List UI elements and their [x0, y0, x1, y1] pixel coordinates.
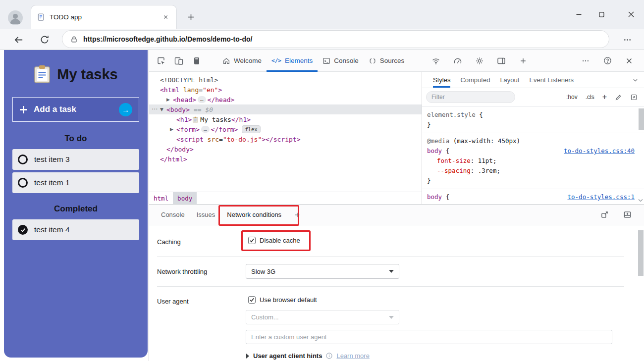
- tab-welcome[interactable]: Welcome: [217, 50, 267, 72]
- focus-page-icon[interactable]: [190, 54, 204, 68]
- code-token: <h1>: [176, 116, 192, 123]
- dom-row-doctype[interactable]: <!DOCTYPE html>: [149, 75, 422, 85]
- network-conditions-wifi-icon[interactable]: [429, 54, 443, 68]
- style-rule-line[interactable]: body { to-do-styles.css:40: [422, 146, 644, 156]
- close-devtools-icon[interactable]: [622, 54, 636, 68]
- node-menu-icon[interactable]: ⋯: [152, 105, 157, 112]
- new-style-rule-button[interactable]: +: [602, 93, 607, 102]
- tab-console[interactable]: Console: [318, 50, 364, 72]
- scrollbar-thumb[interactable]: [639, 108, 644, 130]
- task-checkbox-checked[interactable]: [18, 225, 28, 235]
- tab-close-icon[interactable]: [161, 12, 170, 22]
- dom-row-head[interactable]: ▶<head>…</head>: [149, 95, 422, 104]
- breadcrumb-body[interactable]: body: [173, 192, 197, 205]
- chevron-down-icon[interactable]: [632, 72, 639, 88]
- drawer-tab-issues[interactable]: Issues: [191, 205, 221, 225]
- flex-badge[interactable]: flex: [242, 125, 260, 133]
- styles-filter-input[interactable]: [426, 91, 515, 103]
- task-checkbox[interactable]: [18, 178, 28, 188]
- stylesheet-link[interactable]: to-do-styles.css:1: [568, 192, 635, 202]
- new-tab-button[interactable]: [184, 10, 197, 23]
- submit-task-button[interactable]: →: [119, 103, 132, 116]
- help-icon[interactable]: [600, 54, 614, 68]
- dropdown-caret-icon: [389, 316, 394, 319]
- font-editor-icon[interactable]: [615, 94, 622, 101]
- css-property-line[interactable]: font-size: 11pt;: [422, 156, 644, 166]
- tab-elements[interactable]: </> Elements: [267, 50, 318, 72]
- disable-cache-checkbox[interactable]: [248, 237, 256, 244]
- add-task-bar[interactable]: Add a task →: [12, 97, 139, 122]
- disable-cache-setting[interactable]: Disable cache: [248, 237, 300, 244]
- collapse-arrow-icon[interactable]: ▼: [160, 107, 166, 112]
- scroll-down-arrow-icon[interactable]: [638, 199, 643, 203]
- close-button[interactable]: [624, 8, 638, 20]
- task-item-completed[interactable]: test item 4: [12, 219, 139, 240]
- code-token: </head>: [208, 96, 235, 103]
- media-query-line[interactable]: @media (max-width: 450px): [422, 136, 644, 146]
- tab-sources[interactable]: Sources: [364, 50, 410, 72]
- tab-layout[interactable]: Layout: [500, 72, 519, 88]
- network-throttling-select[interactable]: Slow 3G: [246, 264, 399, 279]
- dock-side-icon[interactable]: [494, 54, 508, 68]
- drawer-tab-console[interactable]: Console: [155, 205, 191, 225]
- profile-avatar[interactable]: [8, 10, 23, 25]
- style-rule-line[interactable]: element.style {: [422, 110, 644, 120]
- hov-toggle-button[interactable]: :hov: [566, 94, 578, 101]
- style-rule-line[interactable]: }: [422, 176, 644, 186]
- refresh-button[interactable]: [38, 33, 51, 46]
- dom-row-form[interactable]: ▶<form>…</form>flex: [149, 124, 422, 134]
- more-options-icon[interactable]: [579, 54, 592, 68]
- expand-arrow-icon[interactable]: ▶: [166, 97, 173, 102]
- settings-gear-icon[interactable]: [473, 54, 486, 68]
- navigation-bar: https://microsoftedge.github.io/Demos/de…: [0, 29, 644, 50]
- maximize-button[interactable]: [594, 8, 608, 20]
- inspect-element-icon[interactable]: [154, 54, 168, 68]
- dock-to-bottom-icon[interactable]: [620, 208, 634, 222]
- stylesheet-link[interactable]: to-do-styles.css:40: [564, 146, 635, 156]
- add-task-label: Add a task: [34, 104, 76, 114]
- breadcrumb-html[interactable]: html: [149, 192, 173, 205]
- style-rule-line[interactable]: }: [422, 120, 644, 130]
- dom-row-h1[interactable]: <h1>My tasks</h1>: [149, 114, 422, 124]
- tab-computed[interactable]: Computed: [460, 72, 490, 88]
- disclosure-triangle-icon[interactable]: [246, 354, 249, 359]
- dom-row-body-selected[interactable]: ⋯ ▼<body>== $0: [149, 104, 422, 114]
- expand-drawer-icon[interactable]: [597, 208, 611, 222]
- dom-row-body-close[interactable]: </body>: [149, 144, 422, 154]
- tab-event-listeners[interactable]: Event Listeners: [529, 72, 574, 88]
- task-checkbox[interactable]: [18, 155, 28, 164]
- style-rule-line[interactable]: body { to-do-styles.css:1: [422, 192, 644, 202]
- expand-inline-button[interactable]: …: [198, 96, 206, 103]
- dom-row-html-open[interactable]: <html lang="en">: [149, 85, 422, 95]
- learn-more-link[interactable]: Learn more: [336, 352, 369, 360]
- add-tools-icon[interactable]: [516, 54, 530, 68]
- dom-row-script[interactable]: <script src="to-do.js"></script>: [149, 134, 422, 144]
- code-token: {: [476, 110, 483, 120]
- minimize-button[interactable]: [572, 8, 586, 20]
- add-drawer-tab-icon[interactable]: [290, 208, 304, 222]
- drawer-tab-network-conditions[interactable]: Network conditions: [221, 205, 287, 225]
- tab-label: Elements: [285, 57, 313, 64]
- expand-in-line-button[interactable]: …: [201, 126, 210, 133]
- task-item[interactable]: test item 3: [12, 149, 139, 170]
- code-token: </h1>: [231, 116, 251, 123]
- device-toolbar-icon[interactable]: [172, 54, 186, 68]
- tab-styles[interactable]: Styles: [433, 72, 450, 88]
- use-browser-default-checkbox[interactable]: [248, 296, 256, 304]
- custom-user-agent-select[interactable]: Custom...: [246, 310, 399, 324]
- custom-user-agent-input[interactable]: [246, 330, 612, 344]
- browser-tab[interactable]: TODO app: [31, 5, 177, 29]
- code-token: >: [262, 136, 266, 143]
- expand-arrow-icon[interactable]: ▶: [170, 127, 176, 132]
- address-bar[interactable]: https://microsoftedge.github.io/Demos/de…: [62, 30, 609, 48]
- use-browser-default-setting[interactable]: Use browser default: [248, 296, 317, 304]
- open-resource-icon[interactable]: [630, 94, 638, 101]
- dom-row-html-close[interactable]: </html>: [149, 154, 422, 164]
- scrollbar-thumb[interactable]: [638, 230, 644, 276]
- css-property-line[interactable]: --spacing: .3rem;: [422, 166, 644, 176]
- performance-gauge-icon[interactable]: [451, 54, 465, 68]
- task-item[interactable]: test item 1: [12, 172, 139, 193]
- cls-toggle-button[interactable]: .cls: [586, 94, 594, 101]
- browser-menu-icon[interactable]: [621, 34, 633, 46]
- back-button[interactable]: [12, 33, 25, 46]
